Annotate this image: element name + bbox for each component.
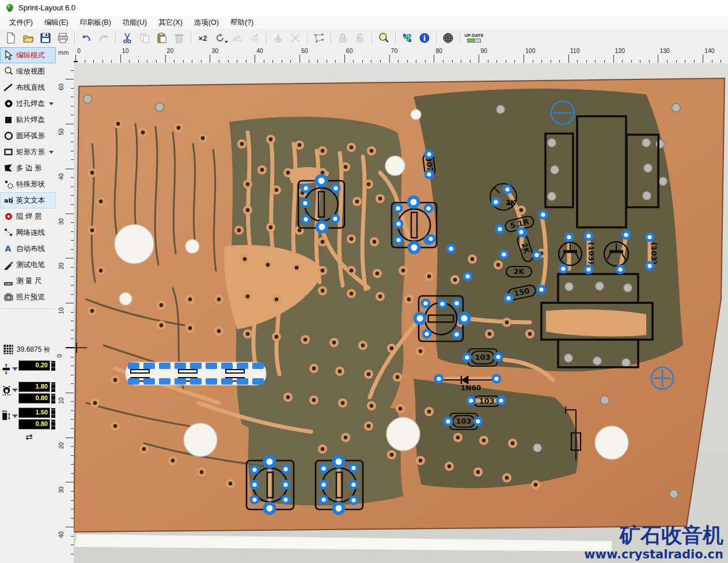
selection-handle[interactable] (175, 378, 186, 385)
sidebar-item-5[interactable]: 圆环弧形 (0, 128, 56, 144)
ground-plane-icon[interactable] (440, 30, 456, 46)
rotate-icon[interactable] (212, 30, 228, 46)
pad-selected[interactable] (463, 272, 473, 282)
pad-selected[interactable] (491, 197, 501, 207)
info-icon[interactable]: i (416, 30, 433, 46)
pad-selected[interactable] (584, 231, 594, 241)
swap-values-icon[interactable]: ⇄ (25, 432, 55, 442)
selection-handle[interactable] (237, 378, 248, 385)
sidebar-item-13[interactable]: 测试电笔 (0, 257, 56, 273)
pad-selected[interactable] (394, 219, 404, 229)
pad-size-dropdown[interactable] (12, 389, 18, 392)
polarity-plus-marker[interactable] (651, 367, 673, 389)
track-width-spinner[interactable] (51, 361, 55, 371)
selection-handle[interactable] (252, 378, 264, 385)
pad-selected[interactable] (407, 196, 420, 209)
selection-handle[interactable] (143, 378, 155, 385)
pad-selected[interactable] (349, 496, 359, 505)
pad-drill-spinner[interactable] (51, 394, 55, 404)
copy-icon[interactable] (136, 30, 153, 46)
selection-handle[interactable] (206, 378, 217, 385)
pad-selected[interactable] (332, 455, 346, 469)
selection-handle[interactable] (175, 363, 186, 369)
pad-selected[interactable] (473, 417, 483, 427)
lock-icon[interactable] (335, 30, 351, 46)
pad-selected[interactable] (584, 265, 594, 275)
center-icon[interactable] (287, 30, 304, 46)
selection-handle[interactable] (190, 378, 202, 385)
pad-selected[interactable] (424, 204, 434, 214)
pad-selected[interactable] (250, 465, 260, 475)
pad-selected[interactable] (537, 285, 547, 295)
sidebar-item-1[interactable]: 缩放视图 (0, 63, 56, 79)
tool-dropdown-caret[interactable] (49, 102, 54, 105)
selected-element[interactable] (126, 362, 266, 385)
pad-selected[interactable] (414, 312, 427, 325)
pad-selected[interactable] (494, 352, 503, 362)
pad-selected[interactable] (458, 312, 471, 325)
pad-selected[interactable] (467, 396, 476, 406)
pad-selected[interactable] (424, 150, 434, 159)
stamp-icon[interactable] (270, 30, 286, 46)
sidebar-item-12[interactable]: A自动布线 (0, 241, 56, 257)
selection-handle[interactable] (206, 363, 217, 369)
pad-selected[interactable] (394, 235, 404, 245)
sidebar-item-4[interactable]: 贴片焊盘 (0, 112, 56, 128)
pad-selected[interactable] (424, 170, 434, 180)
pad-selected[interactable] (434, 374, 444, 384)
pad-selected[interactable] (281, 480, 291, 490)
sidebar-item-10[interactable]: 阻 焊 层 (0, 208, 56, 225)
selection-handle[interactable] (128, 378, 139, 385)
pad-selected[interactable] (496, 396, 506, 406)
pad-selected[interactable] (301, 184, 311, 193)
pad-selected[interactable] (349, 463, 359, 473)
pad-selected[interactable] (315, 174, 328, 188)
selection-handle[interactable] (128, 363, 139, 369)
unlock-icon[interactable] (352, 30, 368, 46)
redo-icon[interactable] (96, 30, 112, 46)
pad-selected[interactable] (421, 299, 431, 309)
save-icon[interactable] (37, 30, 54, 46)
pad-selected[interactable] (645, 261, 655, 271)
pad-selected[interactable] (504, 294, 514, 303)
pad-selected[interactable] (316, 220, 329, 234)
pad-selected[interactable] (263, 455, 276, 469)
update-button[interactable]: UP-DATE (464, 30, 484, 46)
rotate-dropdown-caret[interactable] (225, 41, 228, 43)
pcb-photo[interactable]: 5.1R2K2K1501031031033022K(103)(103)1N60矿… (74, 63, 728, 563)
pad-selected[interactable] (452, 330, 462, 340)
pad-selected[interactable] (495, 225, 505, 234)
pad-selected[interactable] (319, 495, 329, 505)
new-icon[interactable] (3, 30, 19, 46)
menu-item-1[interactable]: 编辑(E) (39, 17, 74, 29)
pad-selected[interactable] (422, 329, 432, 339)
pad-selected[interactable] (281, 495, 291, 505)
selection-handle[interactable] (143, 363, 155, 369)
menu-item-0[interactable]: 文件(F) (3, 17, 39, 29)
footprint-icon[interactable] (399, 30, 415, 46)
smd-size-dropdown[interactable] (12, 414, 18, 418)
smd-height-field[interactable]: 0.80 (18, 419, 50, 429)
pad-selected[interactable] (462, 353, 472, 363)
pad-selected[interactable] (331, 214, 340, 224)
selection-handle[interactable] (221, 363, 233, 369)
pad-selected[interactable] (492, 374, 502, 384)
pad-selected[interactable] (349, 480, 359, 490)
pad-selected[interactable] (539, 210, 548, 220)
pad-selected[interactable] (645, 233, 655, 242)
pad-selected[interactable] (393, 204, 403, 214)
pad-selected[interactable] (408, 241, 421, 254)
flip-vertical-icon[interactable] (247, 30, 263, 46)
pcb-canvas[interactable]: 5.1R2K2K1501031031033022K(103)(103)1N60矿… (74, 63, 728, 563)
pad-selected[interactable] (319, 480, 329, 490)
undo-icon[interactable] (78, 30, 94, 46)
pad-selected[interactable] (250, 495, 260, 505)
sidebar-item-8[interactable]: 特殊形状 (0, 176, 56, 192)
pad-outer-field[interactable]: 1.80 (18, 382, 50, 392)
flip-horizontal-icon[interactable] (229, 30, 245, 46)
sidebar-item-14[interactable]: 测 量 尺 (0, 273, 56, 289)
sidebar-item-11[interactable]: 网络连线 (0, 225, 56, 241)
smd-width-field[interactable]: 1.50 (18, 408, 50, 418)
sidebar-item-6[interactable]: 矩形方形 (0, 144, 56, 160)
track-width-dropdown[interactable] (12, 367, 18, 371)
